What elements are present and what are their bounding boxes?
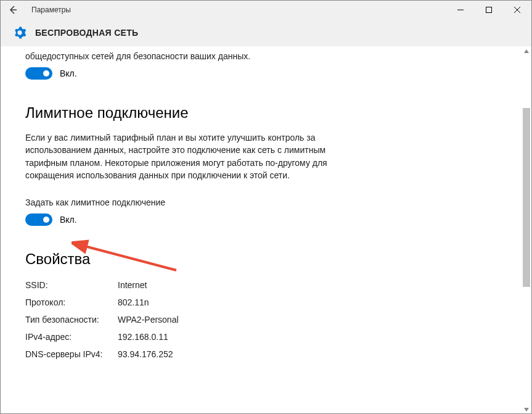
prev-toggle-row: Вкл. xyxy=(25,67,517,80)
svg-rect-2 xyxy=(486,7,492,13)
metered-toggle-row: Вкл. xyxy=(25,213,517,226)
scroll-down-button[interactable] xyxy=(522,405,531,414)
table-row: Тип безопасности: WPA2-Personal xyxy=(25,311,517,328)
window-controls xyxy=(446,1,531,19)
maximize-icon xyxy=(486,7,492,13)
table-row: DNS-серверы IPv4: 93.94.176.252 xyxy=(25,346,517,363)
prev-toggle-label: Вкл. xyxy=(60,68,77,78)
page-header: БЕСПРОВОДНАЯ СЕТЬ xyxy=(1,19,531,46)
prop-key: IPv4-адрес: xyxy=(25,332,118,342)
content-wrap: общедоступных сетей для безопасности ваш… xyxy=(1,46,531,414)
prev-section-desc-truncated: общедоступных сетей для безопасности ваш… xyxy=(25,51,517,61)
titlebar: Параметры xyxy=(1,1,531,19)
back-button[interactable] xyxy=(1,1,25,19)
table-row: SSID: Internet xyxy=(25,276,517,294)
gear-icon xyxy=(13,26,27,39)
prop-key: Тип безопасности: xyxy=(25,315,118,325)
content: общедоступных сетей для безопасности ваш… xyxy=(1,46,531,414)
app-title: Параметры xyxy=(31,6,71,14)
chevron-up-icon xyxy=(524,49,529,53)
prop-val: WPA2-Personal xyxy=(118,315,179,325)
minimize-button[interactable] xyxy=(446,1,475,19)
scrollbar[interactable] xyxy=(522,46,531,414)
prop-val: 192.168.0.11 xyxy=(118,332,168,342)
properties-heading: Свойства xyxy=(25,250,517,268)
toggle-knob xyxy=(43,70,49,77)
close-button[interactable] xyxy=(503,1,531,19)
prop-val: 802.11n xyxy=(118,297,149,307)
table-row: Протокол: 802.11n xyxy=(25,294,517,311)
metered-description: Если у вас лимитный тарифный план и вы х… xyxy=(25,131,340,181)
prop-key: SSID: xyxy=(25,280,118,290)
minimize-icon xyxy=(457,7,464,13)
prop-val: 93.94.176.252 xyxy=(118,349,173,359)
page-title: БЕСПРОВОДНАЯ СЕТЬ xyxy=(35,28,138,38)
maximize-button[interactable] xyxy=(475,1,503,19)
scroll-up-button[interactable] xyxy=(522,46,531,56)
metered-heading: Лимитное подключение xyxy=(25,104,517,122)
metered-toggle-label: Вкл. xyxy=(60,215,77,225)
chevron-down-icon xyxy=(524,408,529,412)
metered-toggle[interactable] xyxy=(25,213,52,226)
prop-key: Протокол: xyxy=(25,297,118,307)
prev-section-toggle[interactable] xyxy=(25,67,52,80)
table-row: IPv4-адрес: 192.168.0.11 xyxy=(25,328,517,346)
metered-sublabel: Задать как лимитное подключение xyxy=(25,197,517,207)
close-icon xyxy=(514,7,520,13)
prop-val: Internet xyxy=(118,280,147,290)
properties-table: SSID: Internet Протокол: 802.11n Тип без… xyxy=(25,276,517,363)
back-arrow-icon xyxy=(8,5,18,15)
toggle-knob xyxy=(43,217,49,223)
prop-key: DNS-серверы IPv4: xyxy=(25,349,118,359)
scroll-thumb[interactable] xyxy=(523,108,530,287)
settings-window: Параметры БЕСПРОВОДНАЯ СЕТЬ xyxy=(0,0,532,414)
